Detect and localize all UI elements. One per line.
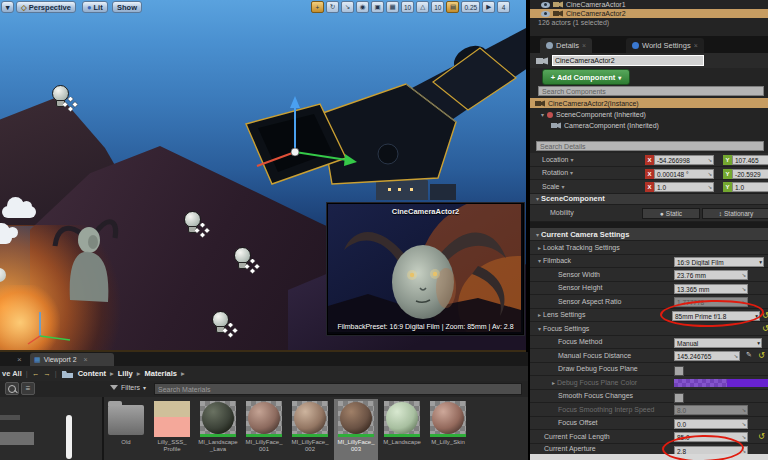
scrollbar[interactable] (66, 415, 72, 459)
focus-offset-field[interactable]: 0.0↘ (674, 419, 748, 429)
outliner-row-cinecameraactor1[interactable]: CineCameraActor1 (530, 0, 768, 9)
asset-mi-lillyface-002[interactable]: MI_LillyFace_002 (288, 399, 332, 460)
location-y-field[interactable]: 107.465 (732, 155, 768, 165)
rotate-tool-button[interactable]: ↻ (326, 1, 339, 13)
tab-details[interactable]: Details × (540, 38, 592, 53)
mobility-stationary-button[interactable]: ↕Stationary (702, 208, 768, 219)
asset-mi-lillyface-001[interactable]: MI_LillyFace_001 (242, 399, 286, 460)
viewport-options-button[interactable]: ▾ (1, 1, 14, 13)
rotation-x-field[interactable]: 0.000148 °↘ (654, 169, 714, 179)
filmback-dropdown[interactable]: 16:9 Digital Film▾ (674, 257, 764, 267)
scale-label[interactable]: Scale▾ (542, 180, 565, 193)
sensor-width-field[interactable]: 23.76 mm↘ (674, 270, 748, 280)
focus-method-dropdown[interactable]: Manual▾ (674, 338, 762, 348)
tab-close-icon[interactable]: × (694, 42, 698, 49)
search-materials-input[interactable] (154, 383, 522, 395)
tab-world-settings[interactable]: World Settings × (626, 38, 704, 53)
surface-snap-button[interactable]: ▣ (371, 1, 384, 13)
draw-debug-checkbox[interactable] (674, 366, 684, 376)
prev-tab-close-icon[interactable]: × (17, 355, 22, 364)
tab-close-icon[interactable]: × (582, 42, 586, 49)
viewport-3d[interactable]: CineCameraActor2 FilmbackPreset: 16:9 Di… (0, 0, 526, 352)
camera-speed-value[interactable]: 4 (497, 1, 510, 13)
filters-button[interactable]: Filters ▾ (110, 384, 146, 391)
eyedropper-pencil-icon[interactable]: ✎ (746, 351, 752, 359)
light-sprite[interactable] (184, 211, 210, 239)
save-all-button[interactable]: ve All (2, 369, 22, 378)
rotation-snap-value[interactable]: 10 (431, 1, 444, 13)
component-instance-row[interactable]: CineCameraActor2(Instance) (530, 98, 768, 108)
add-component-button[interactable]: + Add Component▾ (542, 69, 630, 85)
visibility-eye-icon[interactable] (541, 2, 550, 8)
scale-y-field[interactable]: 1.0 (732, 182, 768, 192)
lookat-tracking-row[interactable]: ▸Lookat Tracking Settings (530, 241, 768, 255)
search-components-input[interactable] (538, 86, 764, 96)
folder-thumbnail[interactable] (108, 405, 144, 435)
coordinate-system-button[interactable]: ◉ (356, 1, 369, 13)
light-sprite[interactable] (234, 247, 260, 275)
material-thumbnail[interactable] (384, 401, 420, 437)
reset-icon[interactable]: ↺ (758, 432, 765, 442)
scale-snap-button[interactable]: ▤ (446, 1, 459, 13)
reset-icon[interactable]: ↺ (758, 351, 765, 361)
source-item[interactable] (0, 415, 20, 420)
scale-tool-button[interactable]: ↘ (341, 1, 354, 13)
actor-name-input[interactable] (552, 55, 704, 66)
light-sprite[interactable] (212, 311, 238, 339)
scale-x-field[interactable]: 1.0↘ (654, 182, 714, 192)
visibility-eye-icon[interactable] (541, 11, 550, 17)
light-sprite[interactable] (52, 85, 78, 113)
show-button[interactable]: Show (112, 1, 142, 13)
search-details-input[interactable] (536, 141, 764, 151)
camera-speed-button[interactable]: ▶ (482, 1, 495, 13)
rotation-snap-button[interactable]: △ (416, 1, 429, 13)
material-thumbnail[interactable] (246, 401, 282, 437)
rotation-y-field[interactable]: -20.5929 (732, 169, 768, 179)
reset-icon[interactable]: ↺ (762, 324, 768, 334)
sss-profile-thumbnail[interactable] (154, 401, 190, 437)
source-item[interactable] (0, 432, 34, 445)
scene-component-header[interactable]: ▾SceneComponent (530, 194, 768, 205)
component-camera-row[interactable]: CameraComponent (Inherited) (530, 120, 768, 131)
tab-viewport-2[interactable]: ▦ Viewport 2 × (30, 353, 114, 366)
asset-mi-lillyface-003-selected[interactable]: MI_LillyFace_003 (334, 399, 378, 460)
material-thumbnail[interactable] (338, 401, 374, 437)
perspective-button[interactable]: ◇ Perspective (16, 1, 76, 13)
manual-focus-distance-field[interactable]: 145.246765↘ (674, 351, 740, 361)
asset-m-landscape[interactable]: M_Landscape (380, 399, 424, 460)
cloud-sprite[interactable] (0, 232, 12, 244)
component-scene-row[interactable]: ▾ SceneComponent (Inherited) (530, 109, 768, 120)
mobility-static-button[interactable]: ●Static (642, 208, 700, 219)
lit-button[interactable]: ● Lit (82, 1, 108, 13)
material-thumbnail[interactable] (292, 401, 328, 437)
move-tool-button[interactable]: + (311, 1, 324, 13)
grid-snap-button[interactable]: ▦ (386, 1, 399, 13)
view-options-button[interactable]: ≡ (21, 382, 35, 395)
breadcrumb-lilly[interactable]: Lilly (118, 369, 133, 378)
transform-gizmo[interactable] (233, 88, 373, 188)
scale-snap-value[interactable]: 0.25 (461, 1, 480, 13)
asset-lilly-sss-profile[interactable]: Lilly_SSS_Profile (150, 399, 194, 460)
debug-focus-plane-color-swatch[interactable] (674, 379, 768, 387)
sensor-height-field[interactable]: 13.365 mm↘ (674, 284, 748, 294)
rotation-label[interactable]: Rotation▾ (542, 167, 573, 180)
material-thumbnail[interactable] (430, 401, 466, 437)
find-button[interactable] (5, 382, 19, 395)
back-icon[interactable]: ← (32, 369, 40, 378)
grid-snap-value[interactable]: 10 (401, 1, 414, 13)
material-thumbnail[interactable] (200, 401, 236, 437)
location-x-field[interactable]: -54.266998↘ (654, 155, 714, 165)
outliner-row-cinecameraactor2-selected[interactable]: CineCameraActor2 (530, 9, 768, 18)
tab-close-icon[interactable]: × (84, 356, 88, 363)
cloud-sprite[interactable] (2, 206, 36, 218)
asset-mi-landscape-lava[interactable]: MI_Landscape_Lava (196, 399, 240, 460)
mobility-row: Mobility ●Static ↕Stationary (530, 205, 768, 222)
asset-folder-old[interactable]: Old (104, 399, 148, 460)
asset-m-lilly-skin[interactable]: M_Lilly_Skin (426, 399, 470, 460)
camera-settings-header[interactable]: ▾Current Camera Settings (530, 228, 768, 241)
breadcrumb-materials[interactable]: Materials (145, 369, 178, 378)
location-label[interactable]: Location▾ (542, 153, 573, 166)
smooth-focus-checkbox[interactable] (674, 393, 684, 403)
forward-icon[interactable]: → (43, 369, 51, 378)
breadcrumb-content[interactable]: Content (78, 369, 106, 378)
